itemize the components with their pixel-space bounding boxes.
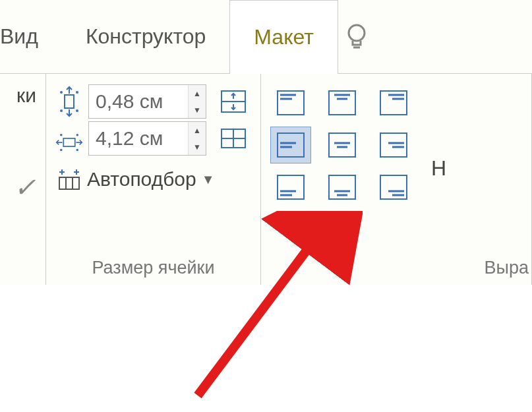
column-width-icon <box>55 125 83 160</box>
group-label-cell-size: Размер ячейки <box>55 252 251 281</box>
align-top-center[interactable] <box>322 84 363 121</box>
svg-point-6 <box>76 109 78 112</box>
distribute-rows-button[interactable] <box>216 84 251 119</box>
align-bottom-right[interactable] <box>373 169 414 206</box>
svg-point-10 <box>60 149 63 152</box>
autofit-icon <box>55 162 83 196</box>
column-width-up[interactable]: ▲ <box>189 122 206 138</box>
svg-point-9 <box>76 134 79 136</box>
row-height-up[interactable]: ▲ <box>189 85 206 102</box>
autofit-caret-icon: ▼ <box>202 172 215 187</box>
distribute-columns-button[interactable] <box>216 121 251 156</box>
autofit-button[interactable]: Автоподбор ▼ <box>55 162 251 196</box>
partial-text-1: ки <box>0 84 36 106</box>
group-label-alignment: Выра <box>270 252 531 281</box>
svg-rect-35 <box>380 133 407 157</box>
row-height-icon <box>55 84 83 119</box>
align-top-left[interactable] <box>270 84 311 121</box>
autofit-label: Автоподбор <box>87 168 196 191</box>
tell-me-icon[interactable] <box>338 0 375 73</box>
row-height-field[interactable] <box>89 85 188 118</box>
column-width-input[interactable]: ▲ ▼ <box>88 121 206 156</box>
tab-design[interactable]: Конструктор <box>62 0 229 73</box>
row-height-input[interactable]: ▲ ▼ <box>88 84 206 119</box>
svg-point-5 <box>60 109 63 112</box>
alignment-extra-text: Н <box>431 84 446 252</box>
svg-rect-2 <box>65 95 74 108</box>
alignment-grid <box>270 84 414 252</box>
svg-rect-7 <box>63 138 75 146</box>
svg-rect-29 <box>278 133 304 157</box>
svg-point-4 <box>76 91 78 94</box>
group-alignment: Н Выра <box>261 74 532 285</box>
row-height-down[interactable]: ▼ <box>189 102 206 118</box>
align-bottom-center[interactable] <box>322 169 363 206</box>
svg-point-3 <box>60 91 63 94</box>
align-center-center[interactable] <box>322 127 363 163</box>
column-width-down[interactable]: ▼ <box>189 138 206 155</box>
ribbon-tabs: Вид Конструктор Макет <box>0 0 532 74</box>
partial-text-2: ✓ <box>0 172 36 202</box>
tab-layout[interactable]: Макет <box>229 0 338 74</box>
group-cell-size: ▲ ▼ ▲ ▼ <box>46 74 261 285</box>
svg-point-11 <box>76 149 79 152</box>
svg-rect-17 <box>59 177 79 189</box>
partial-left-group: ки ✓ <box>0 74 46 285</box>
ribbon-body: ки ✓ <box>0 74 532 285</box>
svg-rect-32 <box>329 133 355 157</box>
svg-point-0 <box>349 25 365 41</box>
align-center-right[interactable] <box>373 127 414 163</box>
align-center-left[interactable] <box>270 127 311 163</box>
align-top-right[interactable] <box>373 84 414 121</box>
tab-view[interactable]: Вид <box>0 0 62 73</box>
align-bottom-left[interactable] <box>270 169 311 206</box>
column-width-field[interactable] <box>89 122 188 155</box>
svg-point-8 <box>60 134 63 136</box>
